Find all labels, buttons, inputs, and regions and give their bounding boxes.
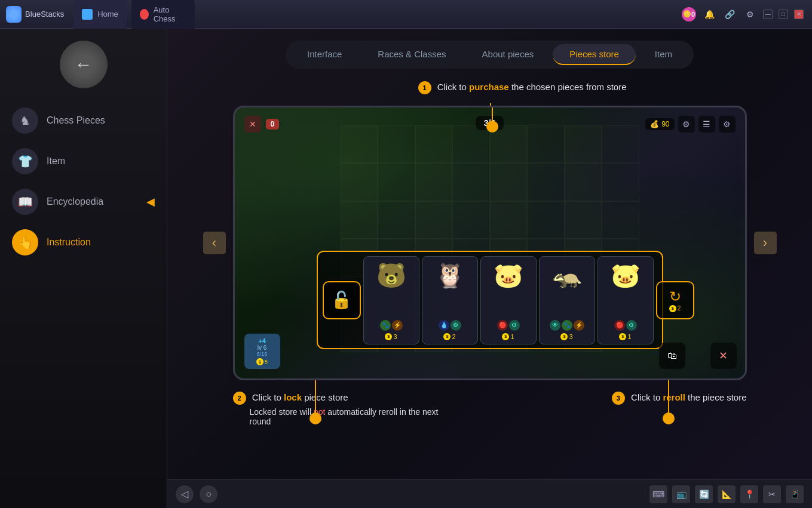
piece-type-icon-1b: ⚡	[392, 320, 403, 331]
auto-chess-tab-icon	[140, 9, 149, 20]
piece-figure-1: 🐻	[376, 261, 406, 290]
mobile-icon[interactable]: 📱	[786, 485, 804, 503]
hud-close-button[interactable]: ✕	[244, 116, 261, 133]
sell-button[interactable]: 🛍	[659, 343, 685, 369]
tab-item[interactable]: Item	[638, 44, 689, 65]
piece-type-icon-4a: 👁	[550, 320, 560, 331]
piece-type-icon-2b: ⚙	[451, 320, 461, 331]
hud-settings-icon[interactable]: ⚙	[678, 116, 695, 133]
board-cell	[565, 125, 602, 163]
sidebar-item-instruction[interactable]: 👆 Instruction	[0, 222, 167, 263]
hud-x-button[interactable]: ✕	[710, 343, 737, 369]
board-cell	[415, 201, 453, 239]
tab-auto-chess[interactable]: Auto Chess	[131, 0, 195, 29]
nav-arrow-left[interactable]: ‹	[203, 232, 226, 254]
annotation-1-number: 1	[418, 81, 431, 94]
gold-coin-5: $	[619, 333, 626, 340]
annotation-2-subtext: Locked store will not automatically rero…	[250, 407, 460, 426]
tab-interface[interactable]: Interface	[290, 44, 358, 65]
taskbar-left: ◁ ○	[176, 485, 217, 503]
piece-icons-row-5: 🔴 ⚙	[614, 320, 637, 331]
annotation-2-container: 2 Click to lock piece store Locked store…	[233, 391, 460, 426]
hud-gold: 💰 90	[645, 118, 674, 130]
gold-coin-1: $	[385, 333, 392, 340]
taskbar-home-button[interactable]: ○	[200, 485, 217, 503]
sidebar-item-encyclopedia[interactable]: 📖 Encyclopedia ◀	[0, 181, 167, 222]
piece-icons-row-2: 💧 ⚙	[439, 320, 461, 331]
taskbar-back-button[interactable]: ◁	[176, 485, 194, 503]
reroll-gold-coin: $	[669, 305, 676, 312]
connection-icon[interactable]: 🔗	[722, 7, 737, 21]
piece-icons-row-1: 🐾 ⚡	[380, 320, 403, 331]
piece-figure-2: 🦉	[435, 261, 465, 290]
game-screenshot: ✕ 0 3/6 💰 90 ⚙ ☰ ⚙ 🔓	[233, 106, 747, 380]
board-cell	[490, 201, 528, 239]
home-tab-label: Home	[97, 10, 118, 19]
annotation-3-dot	[663, 412, 675, 424]
tab-home[interactable]: Home	[73, 0, 127, 29]
sidebar-item-chess-pieces[interactable]: ♞ Chess Pieces	[0, 100, 167, 141]
piece-icons-row-4: 👁 🐾 ⚡	[550, 320, 584, 331]
bluestacks-logo	[6, 6, 22, 23]
item-label: Item	[47, 156, 65, 167]
tab-races-classes[interactable]: Races & Classes	[361, 44, 462, 65]
board-cell	[341, 125, 378, 163]
board-cell	[452, 201, 490, 239]
game-wrapper: ‹ ›	[233, 106, 747, 380]
piece-type-icon-3a: 🔴	[497, 320, 508, 331]
reroll-cost: $ 2	[669, 305, 681, 312]
store-lock-button[interactable]: 🔓	[323, 281, 361, 319]
resize-icon[interactable]: 📐	[718, 485, 736, 503]
close-button[interactable]: ✕	[794, 10, 804, 19]
piece-card-4[interactable]: 🦡 👁 🐾 ⚡ $ 3	[539, 256, 595, 344]
annotation-3-line	[668, 380, 669, 416]
sidebar: ← ♞ Chess Pieces 👕 Item 📖 Encyclopedia ◀…	[0, 29, 167, 508]
instruction-icon: 👆	[12, 229, 38, 255]
keyboard-icon[interactable]: ⌨	[649, 485, 667, 503]
store-reroll-button[interactable]: ↻ $ 2	[656, 281, 694, 319]
reroll-icon: ↻	[669, 288, 681, 305]
piece-type-icon-2a: 💧	[439, 320, 449, 331]
settings-icon[interactable]: ⚙	[743, 7, 757, 21]
board-cell	[602, 201, 639, 239]
piece-card-3[interactable]: 🐷 🔴 ⚙ $ 1	[480, 256, 537, 344]
location-icon[interactable]: 📍	[740, 485, 758, 503]
encyclopedia-icon: 📖	[12, 189, 38, 215]
annotation-3-text: 3 Click to reroll the piece store	[612, 391, 747, 405]
board-cell	[527, 125, 565, 163]
hud-config-icon[interactable]: ⚙	[719, 116, 736, 133]
tab-about-pieces[interactable]: About pieces	[465, 44, 551, 65]
piece-type-icon-4b: 🐾	[562, 320, 572, 331]
annotation-2-number: 2	[233, 392, 246, 405]
exp-button[interactable]: +4 lv 6 6/16 $ 5	[244, 334, 280, 369]
piece-type-icon-3b: ⚙	[509, 320, 520, 331]
store-panel: 🔓 🐻 🐾 ⚡ $ 3	[317, 251, 663, 349]
hud-top-left: ✕ 0	[244, 116, 280, 133]
exp-level: lv 6	[258, 344, 267, 351]
piece-type-icon-5b: ⚙	[626, 320, 637, 331]
piece-figure-5: 🐷	[611, 261, 641, 290]
rotate-icon[interactable]: 🔄	[695, 485, 713, 503]
piece-card-2[interactable]: 🦉 💧 ⚙ $ 2	[422, 256, 478, 344]
tab-pieces-store[interactable]: Pieces store	[553, 44, 636, 65]
item-icon: 👕	[12, 148, 38, 174]
maximize-button[interactable]: □	[779, 10, 788, 19]
piece-card-1[interactable]: 🐻 🐾 ⚡ $ 3	[363, 256, 419, 344]
taskbar: ◁ ○ ⌨ 📺 🔄 📐 📍 ✂ 📱	[167, 479, 812, 508]
bluestacks-app-name: BlueStacks	[25, 10, 64, 19]
gold-coin-4: $	[560, 333, 568, 340]
tab-bar: Interface Races & Classes About pieces P…	[286, 41, 694, 69]
annotation-3-container: 3 Click to reroll the piece store	[612, 391, 747, 405]
nav-arrow-right[interactable]: ›	[754, 232, 777, 254]
coin-count: 🪙 0	[682, 7, 696, 21]
notification-icon[interactable]: 🔔	[702, 7, 716, 21]
scissors-icon[interactable]: ✂	[763, 485, 781, 503]
board-cell	[527, 163, 565, 201]
screen-icon[interactable]: 📺	[672, 485, 690, 503]
hud-menu-icon[interactable]: ☰	[698, 116, 715, 133]
back-button[interactable]: ←	[60, 41, 108, 88]
minimize-button[interactable]: —	[763, 10, 773, 19]
annotation-1-dot-on-screenshot	[486, 121, 498, 133]
piece-card-5[interactable]: 🐷 🔴 ⚙ $ 1	[597, 256, 654, 344]
sidebar-item-item[interactable]: 👕 Item	[0, 141, 167, 181]
